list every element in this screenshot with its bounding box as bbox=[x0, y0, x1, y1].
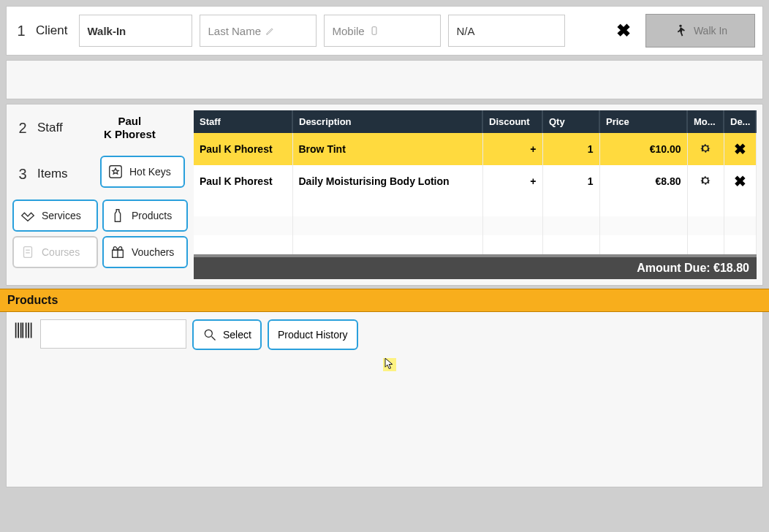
step-3-label: Items bbox=[37, 167, 68, 181]
hdr-delete[interactable]: De... bbox=[724, 110, 756, 133]
step-1-number: 1 bbox=[14, 23, 29, 39]
vouchers-button[interactable]: Vouchers bbox=[102, 236, 188, 268]
mobile-placeholder: Mobile bbox=[332, 25, 364, 37]
last-name-placeholder: Last Name bbox=[208, 25, 261, 37]
table-row[interactable]: Paul K Phorest Brow Tint + 1 €10.00 ✖ bbox=[194, 133, 756, 165]
cell-staff: Paul K Phorest bbox=[194, 133, 292, 165]
cell-discount[interactable]: + bbox=[482, 133, 542, 165]
client-extra-field[interactable]: N/A bbox=[448, 15, 565, 47]
client-extra-value: N/A bbox=[456, 25, 474, 37]
svg-rect-0 bbox=[372, 27, 376, 35]
last-name-field[interactable]: Last Name bbox=[200, 15, 317, 47]
services-button[interactable]: Services bbox=[12, 200, 98, 232]
clipboard-icon bbox=[20, 244, 36, 260]
product-history-button[interactable]: Product History bbox=[268, 319, 358, 350]
pencil-icon bbox=[265, 26, 276, 36]
hdr-staff[interactable]: Staff bbox=[194, 110, 292, 133]
vouchers-label: Vouchers bbox=[132, 246, 174, 258]
empty-row bbox=[194, 197, 756, 216]
cell-price: €10.00 bbox=[599, 133, 687, 165]
step-1-label: Client bbox=[36, 23, 67, 38]
svg-point-1 bbox=[679, 25, 681, 27]
handshake-icon bbox=[20, 208, 36, 224]
cell-qty[interactable]: 1 bbox=[542, 133, 599, 165]
bottle-icon bbox=[110, 208, 126, 224]
gear-icon bbox=[699, 174, 712, 187]
barcode-input[interactable] bbox=[40, 319, 186, 349]
empty-row bbox=[194, 235, 756, 254]
hot-keys-button[interactable]: Hot Keys bbox=[100, 156, 185, 188]
hot-keys-label: Hot Keys bbox=[129, 166, 171, 178]
svg-point-14 bbox=[205, 330, 212, 337]
phone-icon bbox=[369, 26, 379, 36]
mobile-field[interactable]: Mobile bbox=[324, 15, 441, 47]
select-product-button[interactable]: Select bbox=[192, 319, 262, 350]
svg-rect-3 bbox=[24, 247, 32, 258]
products-section: Select Product History bbox=[6, 312, 763, 487]
clear-client-button[interactable]: ✖ bbox=[609, 20, 638, 41]
main-section: 2 Staff Paul K Phorest 3 Items Hot Keys … bbox=[6, 104, 763, 286]
svg-line-15 bbox=[212, 337, 216, 341]
items-table-wrap: Staff Description Discount Qty Price Mo.… bbox=[194, 110, 757, 279]
client-section: 1 Client Walk-In Last Name Mobile N/A ✖ … bbox=[6, 6, 763, 56]
row-delete-button[interactable]: ✖ bbox=[724, 133, 756, 165]
first-name-field[interactable]: Walk-In bbox=[79, 15, 192, 47]
step-2-number: 2 bbox=[15, 120, 30, 137]
courses-label: Courses bbox=[42, 246, 80, 258]
cell-staff: Paul K Phorest bbox=[194, 165, 292, 197]
empty-row bbox=[194, 216, 756, 235]
spacer-bar bbox=[6, 60, 763, 99]
search-icon bbox=[202, 327, 217, 342]
cell-qty[interactable]: 1 bbox=[542, 165, 599, 197]
products-button[interactable]: Products bbox=[102, 200, 188, 232]
hdr-price[interactable]: Price bbox=[599, 110, 687, 133]
table-header: Staff Description Discount Qty Price Mo.… bbox=[194, 110, 756, 133]
row-delete-button[interactable]: ✖ bbox=[724, 165, 756, 197]
step-2-label: Staff bbox=[37, 121, 63, 135]
gift-icon bbox=[110, 244, 126, 260]
items-table: Staff Description Discount Qty Price Mo.… bbox=[194, 110, 757, 254]
products-heading: Products bbox=[0, 289, 769, 312]
row-more-button[interactable] bbox=[687, 165, 724, 197]
left-panel: 2 Staff Paul K Phorest 3 Items Hot Keys … bbox=[12, 110, 188, 279]
row-more-button[interactable] bbox=[687, 133, 724, 165]
hdr-discount[interactable]: Discount bbox=[482, 110, 542, 133]
barcode-icon bbox=[14, 319, 34, 344]
walk-in-button[interactable]: Walk In bbox=[645, 14, 755, 48]
walk-in-label: Walk In bbox=[694, 25, 727, 37]
hdr-qty[interactable]: Qty bbox=[542, 110, 599, 133]
product-history-label: Product History bbox=[278, 329, 348, 341]
products-label: Products bbox=[132, 210, 172, 221]
cell-discount[interactable]: + bbox=[482, 165, 542, 197]
table-row[interactable]: Paul K Phorest Daily Moisturising Body L… bbox=[194, 165, 756, 197]
cell-desc: Brow Tint bbox=[292, 133, 482, 165]
selected-staff[interactable]: Paul K Phorest bbox=[75, 115, 185, 141]
first-name-value: Walk-In bbox=[87, 25, 126, 37]
hdr-description[interactable]: Description bbox=[292, 110, 482, 133]
walk-icon bbox=[673, 23, 688, 38]
courses-button: Courses bbox=[12, 236, 98, 268]
amount-due: Amount Due: €18.80 bbox=[194, 254, 757, 279]
hdr-more[interactable]: Mo... bbox=[687, 110, 724, 133]
select-label: Select bbox=[223, 329, 251, 341]
services-label: Services bbox=[42, 210, 81, 221]
star-icon bbox=[107, 164, 124, 180]
gear-icon bbox=[699, 142, 712, 155]
cell-price: €8.80 bbox=[599, 165, 687, 197]
step-3-number: 3 bbox=[15, 166, 30, 183]
cell-desc: Daily Moisturising Body Lotion bbox=[292, 165, 482, 197]
